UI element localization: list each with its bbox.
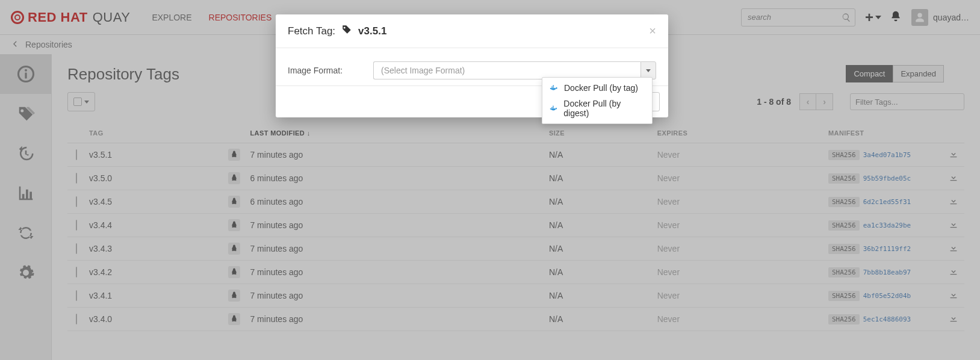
format-option-docker-digest[interactable]: Docker Pull (by digest) [542,96,652,121]
tag-icon [341,24,352,38]
format-option-docker-tag[interactable]: Docker Pull (by tag) [542,80,652,96]
modal-close-x[interactable]: × [649,24,656,38]
image-format-dropdown: Docker Pull (by tag) Docker Pull (by dig… [542,77,653,124]
image-format-label: Image Format: [288,66,354,75]
modal-title-prefix: Fetch Tag: [288,25,335,37]
modal-tag-name: v3.5.1 [358,25,386,37]
chevron-down-icon [646,69,651,72]
docker-icon [550,105,559,112]
docker-icon [550,84,559,92]
